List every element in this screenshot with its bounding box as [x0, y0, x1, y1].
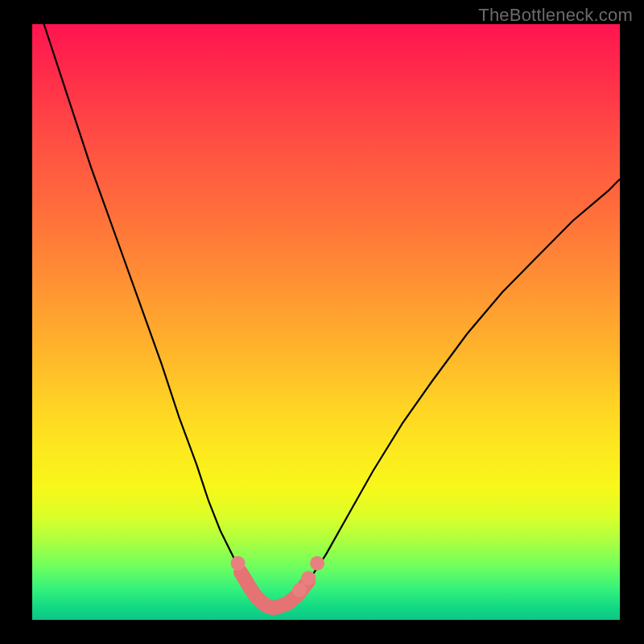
highlight-dot	[292, 583, 307, 597]
highlight-dot	[301, 571, 316, 585]
highlight-dot	[231, 556, 246, 571]
highlight-dot	[310, 556, 324, 571]
curve-overlay	[32, 24, 620, 620]
plot-area	[32, 24, 620, 620]
chart-frame: TheBottleneck.com	[0, 0, 644, 644]
bottleneck-curve	[44, 24, 620, 608]
watermark-text: TheBottleneck.com	[478, 5, 633, 26]
